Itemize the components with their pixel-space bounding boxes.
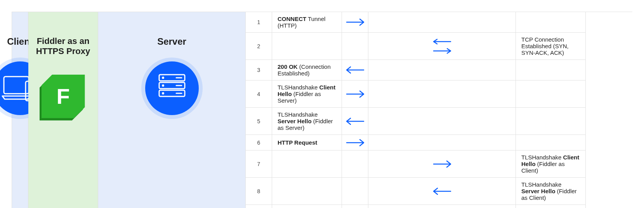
client-arrow: [342, 60, 368, 80]
server-arrow: [368, 108, 516, 135]
server-arrow: [368, 80, 516, 108]
fiddler-column: Fiddler as an HTTPS Proxy F: [28, 12, 98, 208]
server-arrow: [368, 33, 516, 60]
row-number: 1: [246, 12, 272, 33]
client-column: Client: [12, 12, 28, 208]
client-arrow: [342, 205, 368, 208]
server-message: [516, 135, 586, 150]
client-message: TLSHandshake Server Hello (Fiddler as Se…: [272, 108, 342, 135]
client-arrow: [342, 150, 368, 178]
row-number: 5: [246, 108, 272, 135]
server-arrow: [368, 205, 516, 208]
server-message: TLSHandshake Client Hello (Fiddler as Cl…: [516, 150, 586, 178]
svg-point-7: [162, 85, 163, 86]
fiddler-icon: F: [42, 75, 85, 118]
client-message: [272, 33, 342, 60]
https-proxy-diagram: 1 Client CONNECT Tunnel (HTTP) Fiddler a…: [12, 12, 632, 208]
client-message: [272, 178, 342, 205]
server-message: [516, 60, 586, 80]
server-message: TLSHandshake Server Hello (Fiddler as Cl…: [516, 178, 586, 205]
client-arrow: [342, 80, 368, 108]
row-number: 6: [246, 135, 272, 150]
client-message: [272, 150, 342, 178]
row-number: 2: [246, 33, 272, 60]
client-message: 200 OK (Connection Established): [272, 60, 342, 80]
client-arrow: [342, 12, 368, 33]
server-message: [516, 12, 586, 33]
row-number: 9: [246, 205, 272, 208]
svg-point-6: [162, 77, 163, 78]
server-arrow: [368, 135, 516, 150]
row-number: 8: [246, 178, 272, 205]
client-arrow: [342, 178, 368, 205]
row-number: 4: [246, 80, 272, 108]
client-arrow: [342, 108, 368, 135]
row-number: 7: [246, 150, 272, 178]
client-arrow: [342, 33, 368, 60]
server-arrow: [368, 178, 516, 205]
fiddler-title: Fiddler as an HTTPS Proxy: [34, 36, 92, 57]
row-number: 3: [246, 60, 272, 80]
client-message: TLSHandshake Client Hello (Fiddler as Se…: [272, 80, 342, 108]
server-arrow: [368, 60, 516, 80]
server-message: Forwarded HTTP Request: [516, 205, 586, 208]
client-arrow: [342, 135, 368, 150]
client-message: HTTP Request: [272, 135, 342, 150]
server-title: Server: [157, 36, 186, 47]
server-column: Server: [98, 12, 246, 208]
server-arrow: [368, 150, 516, 178]
server-message: [516, 80, 586, 108]
svg-point-8: [162, 93, 163, 94]
client-message: [272, 205, 342, 208]
server-message: TCP Connection Established (SYN, SYN-ACK…: [516, 33, 586, 60]
server-arrow: [368, 12, 516, 33]
client-message: CONNECT Tunnel (HTTP): [272, 12, 342, 33]
server-message: [516, 108, 586, 135]
server-icon: [145, 61, 199, 115]
